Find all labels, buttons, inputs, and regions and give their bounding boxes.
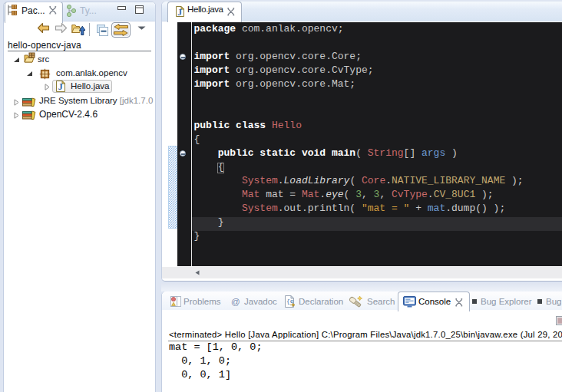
svg-text:J: J xyxy=(58,81,63,92)
svg-text:J: J xyxy=(177,8,182,17)
